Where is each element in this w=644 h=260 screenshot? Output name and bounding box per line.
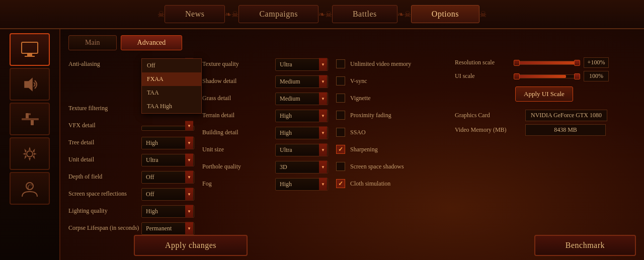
unit-size-label: Unit size xyxy=(202,146,275,154)
ui-scale-label: UI scale xyxy=(455,72,510,80)
nav-battles[interactable]: Battles xyxy=(332,5,397,23)
terrain-detail-dropdown[interactable]: High ▼ xyxy=(275,110,328,122)
tree-detail-dropdown[interactable]: High ▼ xyxy=(141,137,194,149)
resolution-scale-value: +100% xyxy=(584,57,609,68)
building-detail-dropdown[interactable]: High ▼ xyxy=(275,127,328,139)
apply-changes-button[interactable]: Apply changes xyxy=(134,235,248,256)
apply-ui-scale-button[interactable]: Apply UI Scale xyxy=(515,86,573,102)
col-mid: Texture quality Ultra ▼ Shadow detail Me… xyxy=(202,57,328,238)
tab-advanced[interactable]: Advanced xyxy=(121,35,183,50)
screen-space-dropdown[interactable]: Off ▼ xyxy=(141,188,194,201)
check-sharpening-label: Sharpening xyxy=(350,146,378,153)
unit-detail-dropdown[interactable]: Ultra ▼ xyxy=(141,154,194,166)
tree-detail-value[interactable]: High xyxy=(141,137,194,149)
shadow-detail-value[interactable]: Medium xyxy=(275,75,328,88)
dropdown-item-fxaa[interactable]: FXAA xyxy=(142,72,201,86)
setting-corpse-lifespan: Corpse Lifespan (in seconds) Permanent ▼ xyxy=(68,221,194,235)
nav-skull-right: ☠ xyxy=(479,10,487,19)
check-vignette-label: Vignette xyxy=(350,95,371,102)
check-vsync: V-sync xyxy=(336,74,447,88)
fog-dropdown[interactable]: High ▼ xyxy=(275,178,328,191)
controls-icon xyxy=(20,109,40,129)
settings-grid: Anti-aliasing FXAA ▼ Off FXAA TAA TAA Hi… xyxy=(68,57,636,238)
resolution-scale-thumb-right[interactable] xyxy=(574,60,580,66)
anti-aliasing-dropdown-open: Off FXAA TAA TAA High xyxy=(141,58,202,114)
resolution-scale-thumb-left[interactable] xyxy=(514,60,520,66)
shadow-detail-dropdown[interactable]: Medium ▼ xyxy=(275,75,328,88)
screen-space-label: Screen space reflections xyxy=(68,190,141,198)
gear-icon xyxy=(20,144,40,164)
check-vsync-label: V-sync xyxy=(350,77,367,85)
checkbox-unlimited-video[interactable] xyxy=(336,59,345,68)
lighting-quality-dropdown[interactable]: High ▼ xyxy=(141,205,194,218)
ui-scale-thumb-left[interactable] xyxy=(514,73,520,79)
checkbox-cloth-simulation[interactable] xyxy=(336,179,345,188)
corpse-lifespan-dropdown[interactable]: Permanent ▼ xyxy=(141,222,194,235)
graphics-card-value: NVIDIA GeForce GTX 1080 xyxy=(525,110,607,121)
resolution-scale-track[interactable] xyxy=(514,61,580,65)
checkbox-vsync[interactable] xyxy=(336,76,345,85)
sidebar-icon-account[interactable]: C xyxy=(10,172,50,205)
dropdown-item-taa[interactable]: TAA xyxy=(142,86,201,100)
unit-size-dropdown[interactable]: Ultra ▼ xyxy=(275,144,328,156)
grass-detail-label: Grass detail xyxy=(202,95,275,103)
main-content: C Main Advanced Anti-aliasing FXAA ▼ xyxy=(0,29,644,260)
col-checks: Unlimited video memory V-sync Vignette P… xyxy=(336,57,447,238)
porthole-quality-dropdown[interactable]: 3D ▼ xyxy=(275,161,328,174)
unit-detail-label: Unit detail xyxy=(68,156,141,164)
checkbox-ssao[interactable] xyxy=(336,128,345,137)
screen-space-value[interactable]: Off xyxy=(141,188,194,201)
texture-quality-dropdown[interactable]: Ultra ▼ xyxy=(275,58,328,71)
benchmark-button[interactable]: Benchmark xyxy=(534,235,636,256)
grass-detail-value[interactable]: Medium xyxy=(275,93,328,105)
depth-of-field-value[interactable]: Off xyxy=(141,171,194,184)
depth-of-field-dropdown[interactable]: Off ▼ xyxy=(141,171,194,184)
checkbox-screen-space-shadows[interactable] xyxy=(336,162,345,171)
building-detail-value[interactable]: High xyxy=(275,127,328,139)
video-memory-value: 8438 MB xyxy=(525,124,606,136)
texture-quality-value[interactable]: Ultra xyxy=(275,58,328,71)
check-ssao: SSAO xyxy=(336,126,447,139)
porthole-quality-value[interactable]: 3D xyxy=(275,161,328,174)
col-left: Anti-aliasing FXAA ▼ Off FXAA TAA TAA Hi… xyxy=(68,57,194,238)
ui-scale-thumb-right[interactable] xyxy=(574,73,580,79)
sidebar-icon-display[interactable] xyxy=(10,33,50,66)
dropdown-item-taa-high[interactable]: TAA High xyxy=(142,100,201,113)
terrain-detail-label: Terrain detail xyxy=(202,112,275,120)
anti-aliasing-dropdown[interactable]: FXAA ▼ Off FXAA TAA TAA High xyxy=(141,58,194,71)
corpse-lifespan-value[interactable]: Permanent xyxy=(141,222,194,235)
nav-skull-left: ☠ xyxy=(157,10,165,19)
terrain-detail-value[interactable]: High xyxy=(275,110,328,122)
video-memory-label: Video Memory (MB) xyxy=(455,126,520,134)
fog-value[interactable]: High xyxy=(275,178,328,191)
nav-campaigns[interactable]: Campaigns xyxy=(238,5,318,23)
tab-main[interactable]: Main xyxy=(68,35,117,50)
checkbox-proximity-fading[interactable] xyxy=(336,111,345,120)
nav-divider-6: ☠ xyxy=(404,10,411,19)
vfx-detail-value[interactable] xyxy=(141,126,194,131)
display-icon xyxy=(20,40,40,60)
sidebar-icon-controls[interactable] xyxy=(10,103,50,135)
sidebar-icon-audio[interactable] xyxy=(10,68,50,101)
checkbox-sharpening[interactable] xyxy=(336,145,345,154)
sidebar-icon-settings[interactable] xyxy=(10,137,50,170)
sidebar: C xyxy=(0,29,60,260)
checkbox-vignette[interactable] xyxy=(336,94,345,103)
check-proximity-fading: Proximity fading xyxy=(336,109,447,122)
nav-options[interactable]: Options xyxy=(411,5,479,23)
setting-texture-quality: Texture quality Ultra ▼ xyxy=(202,57,328,71)
nav-news[interactable]: News xyxy=(165,5,225,23)
check-screen-space-shadows: Screen space shadows xyxy=(336,160,447,173)
ui-scale-track[interactable] xyxy=(514,74,580,78)
grass-detail-dropdown[interactable]: Medium ▼ xyxy=(275,93,328,105)
svg-rect-2 xyxy=(25,56,35,57)
tree-detail-label: Tree detail xyxy=(68,139,141,147)
vfx-detail-dropdown[interactable]: ▼ xyxy=(141,121,194,131)
dropdown-item-off[interactable]: Off xyxy=(142,59,201,72)
texture-filtering-label: Texture filtering xyxy=(68,105,141,113)
lighting-quality-value[interactable]: High xyxy=(141,205,194,218)
setting-anti-aliasing: Anti-aliasing FXAA ▼ Off FXAA TAA TAA Hi… xyxy=(68,57,194,71)
unit-detail-value[interactable]: Ultra xyxy=(141,154,194,166)
account-icon: C xyxy=(20,179,40,199)
unit-size-value[interactable]: Ultra xyxy=(275,144,328,156)
